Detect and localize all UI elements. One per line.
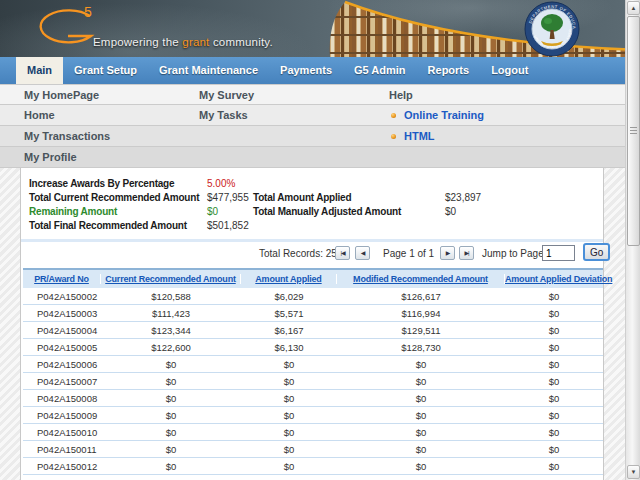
cell-current-recommended-amount: $122,600 [101, 342, 241, 353]
cell-amount-applied: $0 [241, 376, 337, 387]
column-header-modified-recommended-amount[interactable]: Modified Recommended Amount [337, 274, 505, 284]
cell-modified-recommended-amount: $126,617 [337, 291, 505, 302]
cell-modified-recommended-amount: $0 [337, 393, 505, 404]
previous-page-button[interactable]: ◀ [355, 246, 370, 260]
cell-current-recommended-amount: $123,344 [101, 325, 241, 336]
cell-modified-recommended-amount: $0 [337, 410, 505, 421]
table-row: P042A150009 $0 $0 $0 $0 [23, 407, 603, 424]
menu-link-online-training[interactable]: Online Training [389, 105, 484, 125]
scroll-down-icon: ▼ [631, 469, 637, 475]
nav-tab-grant-maintenance[interactable]: Grant Maintenance [148, 57, 269, 84]
cell-amount-applied: $0 [241, 461, 337, 472]
table-row: P042A150003 $111,423 $5,571 $116,994 $0 [23, 305, 603, 322]
cell-current-recommended-amount: $0 [101, 359, 241, 370]
cell-pr-award-no: P042A150009 [23, 410, 101, 421]
orange-bullet-icon [391, 134, 396, 139]
cell-modified-recommended-amount: $0 [337, 359, 505, 370]
cell-modified-recommended-amount: $128,730 [337, 342, 505, 353]
summary-label-total-final-recommended: Total Final Recommended Amount [29, 219, 207, 233]
cell-amount-applied: $0 [241, 427, 337, 438]
cell-current-recommended-amount: $0 [101, 444, 241, 455]
table-header-row: PR/Award No Current Recommended Amount A… [23, 268, 603, 288]
cell-amount-applied-deviation: $0 [505, 427, 603, 438]
cell-pr-award-no: P042A150002 [23, 291, 101, 302]
menu-item-my-profile[interactable]: My Profile [24, 147, 77, 167]
cell-amount-applied-deviation: $0 [505, 342, 603, 353]
first-page-button[interactable]: |◀ [335, 246, 350, 260]
cell-amount-applied: $0 [241, 393, 337, 404]
menu-item-home[interactable]: Home [24, 105, 55, 125]
table-body: P042A150002 $120,588 $6,029 $126,617 $0 … [23, 288, 603, 475]
scroll-up-button[interactable]: ▲ [627, 1, 640, 15]
column-header-amount-applied-deviation[interactable]: Amount Applied Deviation [505, 274, 603, 284]
g5-application-window: 5 Empowering the grant community. DEPART… [0, 0, 640, 480]
cell-amount-applied-deviation: $0 [505, 393, 603, 404]
content-panel: Increase Awards By Percentage 5.00% Tota… [20, 168, 604, 480]
cell-pr-award-no: P042A150008 [23, 393, 101, 404]
menu-row: Home My Tasks Online Training [0, 105, 640, 126]
next-page-button[interactable]: ▶ [440, 246, 455, 260]
scroll-down-button[interactable]: ▼ [627, 465, 640, 479]
cell-pr-award-no: P042A150006 [23, 359, 101, 370]
last-page-button[interactable]: ▶| [459, 246, 474, 260]
nav-tab-g5-admin[interactable]: G5 Admin [343, 57, 417, 84]
page-indicator: Page 1 of 1 [383, 248, 434, 259]
next-page-icon: ▶ [446, 250, 450, 256]
main-navigation-bar: Main Grant Setup Grant Maintenance Payme… [0, 57, 640, 84]
awards-table: PR/Award No Current Recommended Amount A… [23, 268, 603, 475]
cell-current-recommended-amount: $0 [101, 461, 241, 472]
cell-modified-recommended-amount: $0 [337, 376, 505, 387]
cell-amount-applied-deviation: $0 [505, 308, 603, 319]
menu-item-my-tasks[interactable]: My Tasks [199, 105, 248, 125]
table-row: P042A150002 $120,588 $6,029 $126,617 $0 [23, 288, 603, 305]
cell-current-recommended-amount: $0 [101, 410, 241, 421]
nav-tab-grant-setup[interactable]: Grant Setup [63, 57, 148, 84]
cell-amount-applied: $0 [241, 410, 337, 421]
cell-amount-applied-deviation: $0 [505, 291, 603, 302]
cell-amount-applied: $0 [241, 444, 337, 455]
cell-amount-applied-deviation: $0 [505, 359, 603, 370]
cell-amount-applied-deviation: $0 [505, 410, 603, 421]
cell-pr-award-no: P042A150010 [23, 427, 101, 438]
summary-label-total-current-recommended: Total Current Recommended Amount [29, 191, 207, 205]
jump-to-page-input[interactable] [542, 245, 575, 261]
table-row: P042A150007 $0 $0 $0 $0 [23, 373, 603, 390]
menu-item-help[interactable]: Help [389, 85, 413, 104]
cell-current-recommended-amount: $0 [101, 376, 241, 387]
summary-value-increase-awards: 5.00% [207, 177, 253, 191]
main-menu: My HomePage My Survey Help Home My Tasks… [0, 84, 640, 168]
menu-item-my-survey[interactable]: My Survey [199, 85, 254, 104]
summary-label-total-manually-adjusted: Total Manually Adjusted Amount [253, 205, 445, 219]
column-header-amount-applied[interactable]: Amount Applied [241, 274, 337, 284]
cell-modified-recommended-amount: $0 [337, 461, 505, 472]
orange-bullet-icon [391, 113, 396, 118]
header-banner: 5 Empowering the grant community. DEPART… [0, 0, 640, 57]
table-row: P042A150005 $122,600 $6,130 $128,730 $0 [23, 339, 603, 356]
column-header-current-recommended-amount[interactable]: Current Recommended Amount [101, 274, 241, 284]
summary-value-total-current-recommended: $477,955 [207, 191, 253, 205]
menu-link-html[interactable]: HTML [389, 126, 435, 146]
menu-row: My Profile [0, 147, 640, 168]
content-background: Increase Awards By Percentage 5.00% Tota… [0, 168, 640, 480]
menu-item-my-transactions[interactable]: My Transactions [24, 126, 110, 146]
nav-tab-payments[interactable]: Payments [269, 57, 343, 84]
scrollbar-grip-icon [630, 127, 637, 135]
nav-tab-logout[interactable]: Logout [480, 57, 539, 84]
summary-label-remaining-amount: Remaining Amount [29, 205, 207, 219]
cell-amount-applied: $6,130 [241, 342, 337, 353]
vertical-scrollbar[interactable]: ▲ ▼ [625, 0, 640, 480]
nav-tab-reports[interactable]: Reports [417, 57, 481, 84]
cell-current-recommended-amount: $120,588 [101, 291, 241, 302]
summary-value-total-final-recommended: $501,852 [207, 219, 253, 233]
previous-page-icon: ◀ [361, 250, 365, 256]
go-button[interactable]: Go [583, 243, 610, 261]
cell-pr-award-no: P042A150004 [23, 325, 101, 336]
cell-amount-applied-deviation: $0 [505, 461, 603, 472]
cell-amount-applied: $5,571 [241, 308, 337, 319]
column-header-pr-award-no[interactable]: PR/Award No [23, 274, 101, 284]
scrollbar-thumb[interactable] [627, 16, 640, 246]
summary-label-total-amount-applied: Total Amount Applied [253, 191, 445, 205]
nav-tab-main[interactable]: Main [16, 57, 63, 84]
menu-item-my-homepage[interactable]: My HomePage [24, 85, 99, 104]
tagline: Empowering the grant community. [93, 36, 273, 48]
